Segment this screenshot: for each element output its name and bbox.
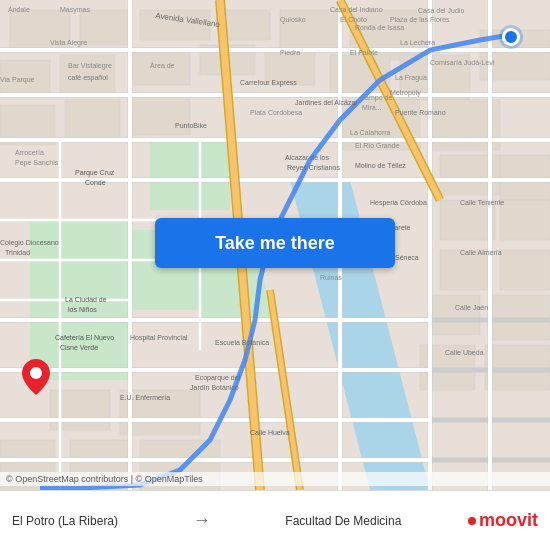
svg-text:Campo de: Campo de [360,94,392,102]
svg-text:Plaza de las Flores: Plaza de las Flores [390,16,450,23]
moovit-logo: moovit [468,510,538,531]
svg-text:Hesperia Córdoba: Hesperia Córdoba [370,199,427,207]
svg-text:Masymas: Masymas [60,6,90,14]
svg-rect-21 [65,100,120,140]
svg-rect-30 [500,250,550,290]
from-label: El Potro (La Ribera) [12,514,118,528]
svg-text:Calle Ubeda: Calle Ubeda [445,349,484,356]
svg-text:El Choto: El Choto [340,16,367,23]
svg-text:El Palote: El Palote [350,49,378,56]
bottom-bar: El Potro (La Ribera) → Facultad De Medic… [0,490,550,550]
svg-text:Plata Cordobesa: Plata Cordobesa [250,109,302,116]
svg-text:los Niños: los Niños [68,306,97,313]
route-arrow: → [193,510,211,531]
svg-text:Cisne Verde: Cisne Verde [60,344,98,351]
svg-rect-31 [430,295,480,335]
svg-text:Ándale: Ándale [8,5,30,13]
svg-text:Puente Romano: Puente Romano [395,109,446,116]
svg-text:Vista Alegre: Vista Alegre [50,39,87,47]
svg-text:Parque Cruz: Parque Cruz [75,169,115,177]
svg-text:Cafetería El Nuevo: Cafetería El Nuevo [55,334,114,341]
svg-text:Calle Almería: Calle Almería [460,249,502,256]
svg-rect-28 [500,200,550,240]
svg-text:La Fragua: La Fragua [395,74,427,82]
svg-text:Ecoparque del: Ecoparque del [195,374,241,382]
svg-text:Piedra: Piedra [280,49,300,56]
map-container: Avenida Vallellano Vista Alegre Parque C… [0,0,550,490]
svg-rect-27 [440,200,495,240]
svg-text:Carrefour Express: Carrefour Express [240,79,297,87]
svg-text:Jardín Botánico: Jardín Botánico [190,384,239,391]
take-me-there-button[interactable]: Take me there [155,218,395,268]
svg-text:Via Parque: Via Parque [0,76,35,84]
svg-text:Pepe Sanchis: Pepe Sanchis [15,159,59,167]
svg-rect-4 [150,140,230,210]
to-endpoint: Facultad De Medicina [285,514,401,528]
svg-text:Séneca: Séneca [395,254,419,261]
svg-text:La Lechera: La Lechera [400,39,435,46]
to-label: Facultad De Medicina [285,514,401,528]
svg-text:Metropoly: Metropoly [390,89,421,97]
svg-point-133 [30,367,42,379]
svg-text:café español: café español [68,74,108,82]
svg-text:Escuela Botánica: Escuela Botánica [215,339,269,346]
svg-text:E.U. Enfermería: E.U. Enfermería [120,394,170,401]
svg-text:Casa del Indiano: Casa del Indiano [330,6,383,13]
svg-text:Área de: Área de [150,61,175,69]
svg-text:Mira...: Mira... [362,104,382,111]
svg-text:La Calahorra: La Calahorra [350,129,391,136]
svg-text:Calle Teniente: Calle Teniente [460,199,504,206]
svg-text:Conde: Conde [85,179,106,186]
origin-dot [502,28,520,46]
svg-text:Quiosko: Quiosko [280,16,306,24]
svg-text:Casa del Judio: Casa del Judio [418,7,464,14]
svg-text:Bar Vistalegre: Bar Vistalegre [68,62,112,70]
svg-text:Comisaría Judá-Levi: Comisaría Judá-Levi [430,59,495,66]
from-endpoint: El Potro (La Ribera) [12,514,118,528]
svg-rect-22 [130,95,190,135]
svg-text:Trinidad: Trinidad [5,249,30,256]
svg-text:Reyes Cristianos: Reyes Cristianos [287,164,340,172]
svg-text:PuntoBike: PuntoBike [175,122,207,129]
svg-text:Ronda de Isasa: Ronda de Isasa [355,24,404,31]
svg-text:Alcazar de los: Alcazar de los [285,154,329,161]
svg-text:Hospital Provincial: Hospital Provincial [130,334,188,342]
moovit-dot [468,517,476,525]
svg-text:Colegio Diocesano: Colegio Diocesano [0,239,59,247]
svg-text:Calle Huelva: Calle Huelva [250,429,290,436]
map-attribution: © OpenStreetMap contributors | © OpenMap… [0,472,550,486]
svg-text:Molino de Téllez: Molino de Téllez [355,162,406,169]
svg-text:El Río Grande: El Río Grande [355,142,399,149]
svg-text:Calle Jaén: Calle Jaén [455,304,488,311]
svg-text:Arrocería: Arrocería [15,149,44,156]
svg-rect-7 [80,10,130,45]
moovit-text: moovit [479,510,538,531]
svg-text:La Ciudad de: La Ciudad de [65,296,107,303]
svg-rect-29 [440,250,490,290]
destination-pin [22,359,50,395]
svg-text:Jardines del Alcázar: Jardines del Alcázar [295,99,358,106]
svg-text:Ruinas: Ruinas [320,274,342,281]
